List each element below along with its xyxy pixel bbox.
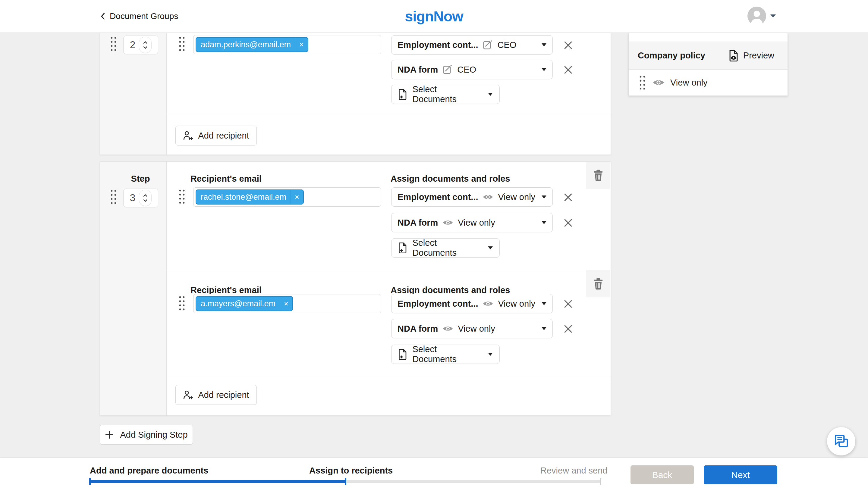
step-2-number-column: 2 (100, 33, 167, 154)
step-2-order-stepper[interactable]: 2 (123, 36, 158, 54)
drag-handle-icon[interactable] (179, 296, 186, 312)
document-name: NDA form (398, 218, 438, 228)
drag-handle-icon[interactable] (111, 190, 118, 205)
remove-tag-icon[interactable]: × (295, 38, 308, 52)
email-tag-text: a.mayers@email.em (196, 299, 280, 308)
trash-icon (593, 278, 603, 290)
chevron-up-icon (143, 194, 147, 197)
stepper-arrows[interactable] (139, 190, 152, 206)
email-tag-text: adam.perkins@email.em (196, 40, 295, 50)
document-name: NDA form (398, 324, 438, 334)
help-chat-button[interactable] (827, 427, 855, 455)
add-recipient-button[interactable]: Add recipient (176, 126, 257, 146)
chat-icon (834, 434, 848, 448)
divider (166, 378, 611, 378)
select-documents-dropdown[interactable]: Select Documents (391, 345, 500, 364)
signnow-logo: signNow (405, 0, 463, 33)
assign-documents-label: Assign documents and roles (391, 174, 510, 184)
drag-handle-icon[interactable] (179, 189, 186, 205)
chevron-down-icon (770, 15, 776, 17)
email-tag: a.mayers@email.em × (196, 296, 293, 311)
progress-bar-fill (90, 480, 346, 483)
back-label: Document Groups (110, 12, 178, 21)
drag-handle-icon[interactable] (640, 76, 647, 90)
chevron-down-icon (541, 43, 547, 46)
next-button[interactable]: Next (704, 466, 777, 484)
chevron-down-icon (541, 68, 547, 71)
document-role-dropdown[interactable]: Employment cont... View only (391, 294, 553, 313)
chevron-down-icon (488, 93, 493, 96)
add-recipient-label: Add recipient (198, 131, 249, 141)
step-column-label: Step (123, 174, 158, 184)
close-icon (563, 299, 573, 309)
close-icon (563, 192, 573, 202)
chevron-down-icon (488, 353, 493, 356)
delete-recipient-button[interactable] (586, 270, 610, 297)
remove-tag-icon[interactable]: × (291, 190, 303, 204)
select-documents-dropdown[interactable]: Select Documents (391, 238, 500, 258)
recipient-email-input[interactable]: adam.perkins@email.em × (193, 35, 381, 54)
document-role-dropdown[interactable]: NDA form CEO (391, 60, 553, 79)
document-group-panel: Company policy Preview View only (628, 33, 788, 96)
remove-document-button[interactable] (563, 324, 573, 334)
signing-step-2-card: 2 adam.perkins@email.em × Employment con… (100, 33, 611, 155)
chevron-down-icon (488, 246, 493, 249)
document-add-icon (398, 243, 407, 253)
close-icon (563, 218, 573, 228)
chevron-up-icon (143, 41, 147, 44)
remove-tag-icon[interactable]: × (280, 297, 292, 310)
add-recipient-button[interactable]: Add recipient (176, 385, 257, 405)
remove-document-button[interactable] (563, 299, 573, 309)
document-name: NDA form (398, 65, 438, 75)
select-documents-dropdown[interactable]: Select Documents (391, 84, 500, 104)
step-3-number: 3 (130, 192, 135, 204)
drag-handle-icon[interactable] (179, 37, 186, 52)
close-icon (563, 65, 573, 75)
remove-document-button[interactable] (563, 65, 573, 75)
chevron-down-icon (541, 221, 547, 224)
document-role-dropdown[interactable]: NDA form View only (391, 213, 553, 232)
document-role-dropdown[interactable]: Employment cont... CEO (391, 35, 553, 55)
remove-document-button[interactable] (563, 40, 573, 50)
add-signing-step-button[interactable]: Add Signing Step (100, 425, 193, 444)
document-add-icon (398, 349, 407, 360)
progress-step-1-label: Add and prepare documents (90, 466, 208, 476)
recipient-email-input[interactable]: rachel.stone@email.em × (193, 187, 381, 207)
back-button[interactable]: Back (630, 466, 694, 484)
remove-document-button[interactable] (563, 218, 573, 228)
document-role-dropdown[interactable]: Employment cont... View only (391, 187, 553, 207)
document-role-dropdown[interactable]: NDA form View only (391, 319, 553, 338)
remove-document-button[interactable] (563, 192, 573, 203)
step-3-order-stepper[interactable]: 3 (123, 189, 158, 207)
preview-button[interactable]: Preview (729, 50, 774, 61)
permission-label: View only (670, 78, 708, 88)
person-add-icon (183, 131, 193, 140)
document-role: View only (458, 324, 495, 334)
document-role: CEO (497, 40, 516, 50)
recipient-email-input[interactable]: a.mayers@email.em × (193, 294, 381, 313)
email-tag: adam.perkins@email.em × (196, 37, 308, 52)
stepper-arrows[interactable] (139, 37, 152, 53)
drag-handle-icon[interactable] (111, 37, 118, 52)
wizard-footer: Add and prepare documents Assign to reci… (0, 458, 868, 494)
document-role: View only (458, 218, 495, 228)
delete-recipient-button[interactable] (586, 162, 610, 189)
add-recipient-label: Add recipient (198, 390, 249, 400)
chevron-down-icon (143, 199, 147, 202)
signing-step-3-card: Step 3 Recipient's email Assign document… (100, 162, 611, 416)
back-to-document-groups-link[interactable]: Document Groups (100, 0, 178, 33)
person-add-icon (183, 390, 193, 400)
select-documents-label: Select Documents (412, 84, 482, 104)
chevron-left-icon (100, 12, 105, 20)
app-root: Document Groups signNow 2 (0, 0, 868, 494)
panel-row-partial (629, 33, 788, 42)
document-role: View only (498, 299, 535, 309)
document-add-icon (398, 89, 407, 100)
progress-step-3-label: Review and send (540, 466, 607, 476)
panel-header: Company policy Preview (629, 42, 788, 70)
step-2-number: 2 (130, 39, 135, 51)
account-menu[interactable] (747, 7, 776, 25)
chevron-down-icon (143, 46, 147, 49)
panel-permission-row[interactable]: View only (629, 70, 788, 95)
step-3-number-column: Step 3 (100, 162, 167, 415)
